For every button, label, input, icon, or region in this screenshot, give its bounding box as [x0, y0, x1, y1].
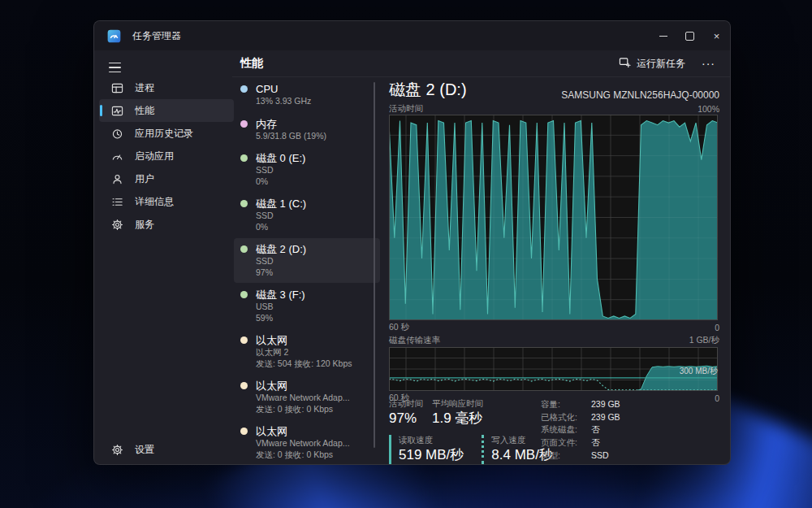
perf-item-subline: 97%	[256, 267, 306, 279]
users-icon	[110, 172, 123, 185]
perf-item-title: 磁盘 3 (F:)	[256, 288, 305, 302]
perf-item-text: CPU13% 3.93 GHz	[256, 82, 311, 107]
disk-property-label: 容量:	[541, 398, 591, 411]
new-task-icon	[619, 56, 631, 71]
perf-item-text: 内存5.9/31.8 GB (19%)	[256, 117, 326, 142]
perf-item-text: 以太网以太网 2发送: 504 接收: 120 Kbps	[256, 333, 352, 369]
disk-property-value: 否	[591, 437, 600, 447]
sidebar-item-performance[interactable]: 性能	[99, 99, 234, 122]
window-controls: ×	[650, 21, 730, 50]
status-dot	[240, 291, 248, 298]
perf-item-text: 磁盘 0 (E:)SSD0%	[256, 151, 305, 187]
disk-property-row: 系统磁盘:否	[541, 423, 620, 436]
sidebar-nav: 进程性能应用历史记录启动应用用户详细信息服务	[99, 76, 234, 236]
status-dot	[240, 428, 248, 435]
response-time-stat-label: 平均响应时间	[432, 398, 483, 409]
sidebar-item-label: 进程	[135, 81, 154, 95]
sidebar-item-label: 详细信息	[135, 195, 174, 209]
disk-property-value: 239 GB	[591, 399, 620, 409]
status-dot	[240, 382, 248, 389]
nav-menu-button[interactable]	[106, 57, 129, 78]
chart1-max-label: 100%	[698, 104, 719, 114]
perf-item-subline: VMware Network Adap...	[256, 438, 350, 449]
sidebar-item-label: 服务	[135, 218, 154, 232]
sidebar-item-label: 用户	[135, 172, 154, 186]
perf-item-subline: 发送: 504 接收: 120 Kbps	[256, 358, 352, 370]
sidebar-item-label: 性能	[135, 104, 154, 118]
minimize-icon	[659, 36, 667, 37]
titlebar[interactable]: 任务管理器 ×	[94, 21, 730, 50]
disk-property-label: 已格式化:	[541, 411, 591, 424]
chart1-x-left: 60 秒	[389, 322, 409, 333]
perf-item-subline: 59%	[256, 313, 305, 324]
perf-item-text: 磁盘 2 (D:)SSD97%	[256, 242, 306, 278]
disk-property-row: 类型:SSD	[541, 449, 620, 462]
maximize-button[interactable]	[676, 21, 703, 50]
perf-item-subline: SSD	[256, 211, 306, 222]
active-time-stat-value: 97%	[389, 410, 432, 428]
perf-item-text: 磁盘 3 (F:)USB59%	[256, 288, 305, 323]
run-new-task-label: 运行新任务	[637, 57, 685, 71]
perf-list-item-disk1[interactable]: 磁盘 1 (C:)SSD0%	[234, 193, 380, 237]
perf-list-item-eth2[interactable]: 以太网VMware Network Adap...发送: 0 接收: 0 Kbp…	[234, 375, 380, 419]
perf-item-subline: 0%	[256, 176, 305, 188]
sidebar-item-users[interactable]: 用户	[99, 167, 234, 190]
disk-property-label: 页面文件:	[541, 436, 591, 449]
perf-list-scrollbar[interactable]	[374, 82, 375, 448]
disk-property-row: 已格式化:239 GB	[541, 411, 620, 424]
perf-list-item-cpu[interactable]: CPU13% 3.93 GHz	[234, 78, 380, 112]
active-time-chart	[389, 115, 718, 320]
perf-list-item-disk0[interactable]: 磁盘 0 (E:)SSD0%	[234, 147, 380, 192]
sidebar-item-label: 启动应用	[135, 150, 174, 163]
desktop: 任务管理器 × 进程性能应用历史记录启动应用用户详细信息服务 设置 性能 运行新…	[0, 0, 812, 508]
perf-item-subline: SSD	[256, 256, 306, 267]
page-title: 性能	[232, 56, 263, 71]
minimize-button[interactable]	[650, 21, 676, 50]
active-time-stat-label: 活动时间	[389, 398, 432, 409]
sidebar-item-label: 应用历史记录	[135, 127, 193, 141]
perf-item-title: 以太网	[256, 379, 350, 393]
disk-property-row: 页面文件:否	[541, 436, 620, 449]
disk-property-row: 容量:239 GB	[541, 398, 620, 411]
transfer-rate-chart	[389, 347, 718, 391]
perf-item-text: 磁盘 1 (C:)SSD0%	[256, 197, 306, 232]
sidebar-item-processes[interactable]: 进程	[99, 76, 234, 99]
gear-icon	[110, 443, 123, 456]
perf-list-item-disk3[interactable]: 磁盘 3 (F:)USB59%	[234, 284, 380, 328]
sidebar-item-settings[interactable]: 设置	[99, 438, 234, 461]
sidebar-item-app-history[interactable]: 应用历史记录	[99, 122, 234, 145]
perf-item-title: 磁盘 1 (C:)	[256, 197, 306, 211]
close-button[interactable]: ×	[703, 21, 730, 50]
chart2-max-label: 1 GB/秒	[689, 335, 719, 346]
status-dot	[240, 85, 248, 93]
status-dot	[240, 154, 248, 162]
processes-icon	[110, 81, 123, 94]
sidebar-item-services[interactable]: 服务	[99, 213, 234, 236]
perf-item-text: 以太网VMware Network Adap...发送: 0 接收: 0 Kbp…	[256, 424, 350, 460]
perf-list-item-disk2[interactable]: 磁盘 2 (D:)SSD97%	[234, 238, 380, 283]
perf-item-subline: SSD	[256, 165, 305, 176]
perf-list-item-memory[interactable]: 内存5.9/31.8 GB (19%)	[234, 113, 380, 147]
perf-item-subline: 发送: 0 接收: 0 Kbps	[256, 404, 350, 415]
disk-property-value: 否	[591, 424, 600, 434]
perf-item-subline: 5.9/31.8 GB (19%)	[256, 131, 326, 142]
hamburger-icon	[109, 63, 121, 64]
disk-property-label: 系统磁盘:	[541, 423, 591, 436]
perf-item-subline: 发送: 0 接收: 0 Kbps	[256, 449, 350, 461]
perf-list-item-eth1[interactable]: 以太网以太网 2发送: 504 接收: 120 Kbps	[234, 329, 380, 374]
status-dot	[240, 200, 248, 207]
more-options-button[interactable]: ···	[695, 55, 722, 72]
response-time-stat-value: 1.9 毫秒	[432, 410, 483, 428]
startup-icon	[110, 150, 123, 163]
perf-list-item-eth3[interactable]: 以太网VMware Network Adap...发送: 0 接收: 0 Kbp…	[234, 420, 380, 464]
disk-stats: 活动时间 97% 平均响应时间 1.9 毫秒 读取速度 519 MB/秒 写入速…	[389, 398, 553, 464]
sidebar-item-startup-apps[interactable]: 启动应用	[99, 145, 234, 167]
chart2-label: 磁盘传输速率	[389, 335, 440, 346]
task-manager-app-icon	[107, 29, 121, 43]
sidebar-item-label: 设置	[135, 443, 154, 457]
perf-item-subline: USB	[256, 302, 305, 313]
run-new-task-button[interactable]: 运行新任务	[612, 53, 692, 74]
perf-item-subline: 13% 3.93 GHz	[256, 96, 311, 107]
sidebar-item-details[interactable]: 详细信息	[99, 190, 234, 213]
perf-item-title: 磁盘 0 (E:)	[256, 151, 305, 165]
